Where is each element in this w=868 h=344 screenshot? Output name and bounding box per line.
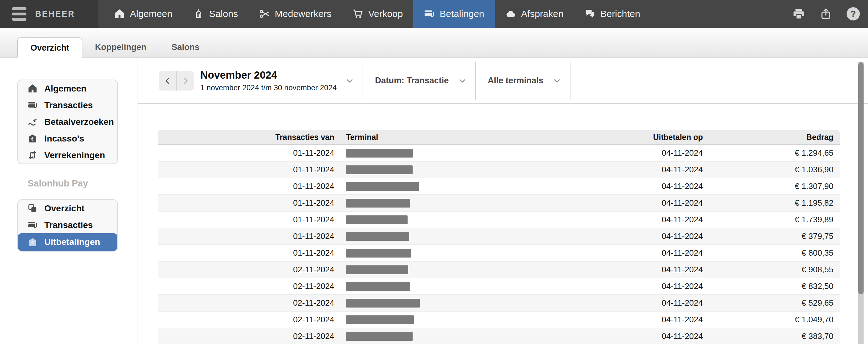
payment-request-icon [27, 117, 38, 127]
nav-label: Medewerkers [275, 8, 332, 19]
tab-label: Salons [172, 42, 200, 52]
terminal-cell [334, 332, 554, 341]
table-row[interactable]: 01-11-2024 04-11-2024 € 800,35 [158, 245, 840, 261]
nav-label: Berichten [600, 8, 640, 19]
nav-item-afspraken[interactable]: Afspraken [495, 0, 574, 28]
redacted-terminal-name [346, 249, 411, 257]
vertical-scrollbar[interactable] [858, 62, 864, 344]
sidebar-item-pay-transacties[interactable]: Transacties [18, 217, 117, 233]
share-icon [819, 7, 832, 20]
sidebar-item-incassos[interactable]: Incasso's [18, 130, 117, 147]
period-range: 1 november 2024 t/m 30 november 2024 [200, 83, 337, 92]
nav-item-medewerkers[interactable]: Medewerkers [248, 0, 342, 28]
redacted-terminal-name [346, 282, 410, 291]
redacted-terminal-name [346, 265, 408, 274]
chevron-right-icon [182, 77, 190, 85]
help-icon: ? [850, 9, 856, 19]
terminal-cell [334, 149, 554, 158]
amount-cell: € 1.294,65 [703, 148, 840, 158]
nav-label: Betalingen [440, 8, 484, 19]
home-icon [114, 8, 125, 20]
sidebar-item-algemeen[interactable]: Algemeen [18, 80, 117, 97]
table-row[interactable]: 01-11-2024 04-11-2024 € 1.294,65 [158, 145, 840, 162]
column-header-terminal: Terminal [334, 133, 554, 142]
table-row[interactable]: 01-11-2024 04-11-2024 € 1.195,82 [158, 195, 840, 212]
table-row[interactable]: 02-11-2024 04-11-2024 € 529,65 [158, 295, 840, 312]
nav-label: Algemeen [130, 8, 172, 19]
amount-cell: € 1.195,82 [703, 198, 840, 208]
export-button[interactable] [819, 7, 832, 20]
payout-date-cell: 04-11-2024 [554, 231, 703, 241]
table-row[interactable]: 02-11-2024 04-11-2024 € 908,55 [158, 261, 840, 278]
sidebar-item-betaalverzoeken[interactable]: Betaalverzoeken [18, 114, 117, 130]
payouts-table: Transacties van Terminal Uitbetalen op B… [158, 130, 840, 344]
card-icon [27, 220, 38, 230]
amount-cell: € 1.739,89 [703, 215, 840, 224]
terminal-cell [334, 215, 554, 224]
sidebar-item-label: Incasso's [44, 134, 84, 144]
divider [475, 62, 476, 100]
previous-period-button[interactable] [159, 71, 177, 91]
redacted-terminal-name [346, 332, 413, 341]
table-row[interactable]: 01-11-2024 04-11-2024 € 379,75 [158, 228, 840, 245]
table-row[interactable]: 01-11-2024 04-11-2024 € 1.036,90 [158, 162, 840, 178]
payout-date-cell: 04-11-2024 [554, 332, 703, 341]
divider [363, 62, 363, 100]
table-row[interactable]: 01-11-2024 04-11-2024 € 1.739,89 [158, 212, 840, 228]
payout-date-cell: 04-11-2024 [554, 281, 703, 291]
sidebar-section-label: Salonhub Pay [28, 178, 137, 189]
settlement-arrows-icon [27, 150, 38, 160]
nav-item-verkoop[interactable]: Verkoop [342, 0, 413, 28]
amount-cell: € 379,75 [703, 231, 840, 241]
nav-item-salons[interactable]: Salons [183, 0, 248, 28]
sidebar-item-transacties[interactable]: Transacties [18, 97, 117, 114]
scrollbar-thumb[interactable] [858, 62, 864, 294]
date-type-dropdown[interactable]: Datum: Transactie [375, 76, 466, 86]
payout-date-cell: 04-11-2024 [554, 215, 703, 224]
table-row[interactable]: 02-11-2024 04-11-2024 € 383,70 [158, 328, 840, 344]
chevron-left-icon [163, 77, 172, 85]
redacted-terminal-name [346, 199, 410, 208]
transactions-from-cell: 01-11-2024 [158, 248, 334, 258]
table-row[interactable]: 02-11-2024 04-11-2024 € 832,50 [158, 278, 840, 295]
sidebar-item-label: Verrekeningen [44, 150, 105, 160]
print-button[interactable] [793, 7, 805, 20]
tab-salons[interactable]: Salons [159, 37, 212, 57]
card-icon [424, 8, 435, 20]
overview-icon [27, 203, 38, 214]
table-row[interactable]: 02-11-2024 04-11-2024 € 1.049,70 [158, 312, 840, 328]
redacted-terminal-name [346, 299, 420, 308]
sidebar-item-pay-overzicht[interactable]: Overzicht [18, 200, 117, 217]
beheer-app: BEHEER Algemeen Salons Medewerkers Verko… [0, 0, 868, 344]
tab-koppelingen[interactable]: Koppelingen [83, 37, 159, 57]
terminal-cell [334, 315, 554, 324]
amount-cell: € 529,65 [703, 298, 840, 308]
tab-overzicht[interactable]: Overzicht [17, 37, 83, 58]
sidebar-item-uitbetalingen[interactable]: Uitbetalingen [18, 233, 117, 251]
redacted-terminal-name [346, 149, 413, 158]
date-type-label: Datum: Transactie [375, 76, 449, 86]
sidebar-item-label: Betaalverzoeken [44, 117, 114, 127]
amount-cell: € 1.307,90 [703, 181, 840, 191]
table-header: Transacties van Terminal Uitbetalen op B… [158, 130, 840, 145]
sidebar-item-verrekeningen[interactable]: Verrekeningen [18, 147, 117, 163]
filter-bar: November 2024 1 november 2024 t/m 30 nov… [138, 58, 868, 104]
nav-item-berichten[interactable]: Berichten [574, 0, 651, 28]
column-header-bedrag: Bedrag [703, 133, 840, 142]
nav-label: Verkoop [368, 8, 403, 19]
terminal-cell [334, 232, 554, 241]
column-header-uitbetalen-op: Uitbetalen op [554, 133, 703, 142]
terminal-filter-dropdown[interactable]: Alle terminals [488, 76, 561, 86]
payout-date-cell: 04-11-2024 [554, 148, 703, 158]
chat-icon [584, 8, 596, 20]
next-period-button[interactable] [177, 71, 194, 91]
period-selector[interactable]: November 2024 1 november 2024 t/m 30 nov… [200, 69, 337, 92]
topbar-actions: ? [793, 0, 868, 28]
hamburger-menu-icon[interactable] [12, 7, 26, 21]
table-row[interactable]: 01-11-2024 04-11-2024 € 1.307,90 [158, 178, 840, 195]
nav-item-betalingen[interactable]: Betalingen [413, 0, 495, 28]
help-button[interactable]: ? [847, 7, 860, 21]
nav-item-algemeen[interactable]: Algemeen [103, 0, 183, 28]
terminal-filter-label: Alle terminals [488, 76, 544, 86]
redacted-terminal-name [346, 315, 414, 324]
